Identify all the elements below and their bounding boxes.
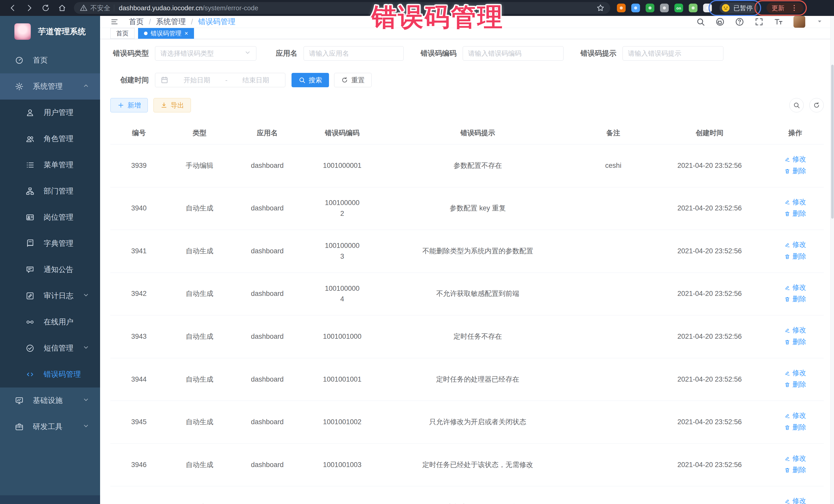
edit-link[interactable]: 修改 <box>784 325 806 336</box>
help-icon[interactable] <box>735 17 744 26</box>
edit-link[interactable]: 修改 <box>784 197 806 207</box>
sidebar-item-11[interactable]: 短信管理 <box>0 335 100 361</box>
app-input[interactable] <box>309 49 398 58</box>
profile-paused-badge[interactable]: 已暂停 <box>720 2 758 14</box>
sidebar-item-8[interactable]: 通知公告 <box>0 257 100 283</box>
extension-on-badge-icon[interactable]: on <box>674 4 683 12</box>
column-header: 备注 <box>574 123 653 145</box>
add-button[interactable]: 新增 <box>110 98 148 112</box>
extension-check-icon[interactable] <box>646 4 654 12</box>
scrollbar-thumb[interactable] <box>831 65 834 219</box>
date-range-picker[interactable]: 开始日期 - 结束日期 <box>155 73 285 87</box>
github-icon[interactable] <box>716 17 725 26</box>
audit-icon <box>26 291 35 300</box>
sidebar-item-3[interactable]: 角色管理 <box>0 126 100 152</box>
sidebar-collapse-bar[interactable] <box>0 495 100 504</box>
edit-link[interactable]: 修改 <box>784 154 806 165</box>
delete-link[interactable]: 删除 <box>784 294 806 305</box>
edit-link[interactable]: 修改 <box>784 453 806 464</box>
tab-close-icon[interactable]: × <box>184 30 188 37</box>
cell-type: 自动生成 <box>167 230 232 273</box>
edit-icon <box>784 242 790 248</box>
sidebar-item-label: 菜单管理 <box>44 160 73 170</box>
table-row: 3944自动生成dashboard1001001001定时任务的处理器已经存在2… <box>110 358 824 401</box>
user-avatar[interactable] <box>793 16 805 28</box>
back-icon[interactable] <box>5 4 21 12</box>
delete-link[interactable]: 删除 <box>784 166 806 177</box>
delete-link[interactable]: 删除 <box>784 251 806 262</box>
export-button[interactable]: 导出 <box>153 98 191 112</box>
browser-menu-icon[interactable] <box>790 4 798 12</box>
sidebar-item-9[interactable]: 审计日志 <box>0 283 100 309</box>
sidebar-item-2[interactable]: 用户管理 <box>0 100 100 126</box>
sidebar-item-10[interactable]: 在线用户 <box>0 309 100 335</box>
forward-icon[interactable] <box>21 4 38 12</box>
msg-input[interactable] <box>628 49 718 58</box>
extension-key-icon[interactable] <box>689 4 698 12</box>
cell-time: 2021-04-20 23:52:56 <box>653 358 767 401</box>
trash-icon <box>784 168 790 174</box>
reload-icon[interactable] <box>38 4 54 12</box>
extension-grid-icon[interactable] <box>660 4 669 12</box>
sidebar-item-14[interactable]: 研发工具 <box>0 414 100 440</box>
edit-link[interactable]: 修改 <box>784 410 806 421</box>
extension-puzzle-icon[interactable] <box>703 4 712 12</box>
font-size-icon[interactable] <box>774 17 783 26</box>
chrome-update-button[interactable]: 更新 <box>767 3 804 13</box>
sidebar-item-0[interactable]: 首页 <box>0 47 100 73</box>
home-icon[interactable] <box>54 4 70 12</box>
dict-icon <box>26 239 35 248</box>
edit-icon <box>784 156 790 162</box>
reset-button[interactable]: 重置 <box>334 73 372 87</box>
delete-link[interactable]: 删除 <box>784 209 806 219</box>
sidebar-item-7[interactable]: 字典管理 <box>0 231 100 257</box>
breadcrumb-system[interactable]: 系统管理 <box>156 17 186 27</box>
search-icon[interactable] <box>696 17 705 26</box>
tab-home[interactable]: 首页 <box>110 28 134 39</box>
page-scrollbar[interactable] <box>830 16 834 504</box>
delete-link[interactable]: 删除 <box>784 379 806 390</box>
edit-link[interactable]: 修改 <box>784 368 806 378</box>
table-row: 3945自动生成dashboard1001001002只允许修改为开启或者关闭状… <box>110 401 824 444</box>
date-start-placeholder: 开始日期 <box>173 76 221 85</box>
fullscreen-icon[interactable] <box>754 17 764 26</box>
code-input[interactable] <box>468 49 558 58</box>
edit-link[interactable]: 修改 <box>784 496 806 504</box>
trash-icon <box>784 467 790 473</box>
edit-link[interactable]: 修改 <box>784 239 806 250</box>
search-button[interactable]: 搜索 <box>291 73 329 87</box>
tab-error-code[interactable]: 错误码管理 × <box>138 28 194 39</box>
cell-msg: 定时任务的处理器已经存在 <box>381 358 574 401</box>
sidebar-item-13[interactable]: 基础设施 <box>0 388 100 414</box>
refresh-table-button[interactable] <box>809 98 824 112</box>
sidebar-item-label: 岗位管理 <box>44 212 73 222</box>
type-select[interactable]: 请选择错误码类型 <box>155 46 256 61</box>
avatar-caret-icon[interactable] <box>815 17 824 26</box>
extension-gear-icon[interactable] <box>617 4 626 12</box>
sidebar-item-label: 错误码管理 <box>44 369 81 379</box>
cell-id: 3946 <box>110 443 167 486</box>
refresh-icon <box>341 76 348 84</box>
sidebar-item-12[interactable]: 错误码管理 <box>0 361 100 388</box>
delete-link[interactable]: 删除 <box>784 337 806 348</box>
cell-actions: 修改删除 <box>767 187 824 230</box>
toggle-search-button[interactable] <box>789 98 804 112</box>
edit-icon <box>784 370 790 376</box>
sidebar-item-6[interactable]: 岗位管理 <box>0 204 100 231</box>
update-label: 更新 <box>772 4 785 12</box>
edit-icon <box>784 498 790 504</box>
online-icon <box>26 318 35 326</box>
sidebar-item-1[interactable]: 系统管理 <box>0 73 100 100</box>
table-row: 3942自动生成dashboard1001000004不允许获取敏感配置到前端2… <box>110 272 824 315</box>
extension-drop-icon[interactable] <box>631 4 640 12</box>
edit-link[interactable]: 修改 <box>784 282 806 293</box>
sidebar-item-5[interactable]: 部门管理 <box>0 178 100 204</box>
hamburger-icon[interactable] <box>110 18 118 26</box>
delete-link[interactable]: 删除 <box>784 465 806 476</box>
delete-link[interactable]: 删除 <box>784 422 806 433</box>
breadcrumb-home[interactable]: 首页 <box>129 17 144 27</box>
cell-remark <box>574 358 653 401</box>
address-bar[interactable]: 不安全 dashboard.yudao.iocoder.cn /system/e… <box>74 2 610 14</box>
bookmark-star-icon[interactable] <box>596 4 605 12</box>
sidebar-item-4[interactable]: 菜单管理 <box>0 152 100 178</box>
